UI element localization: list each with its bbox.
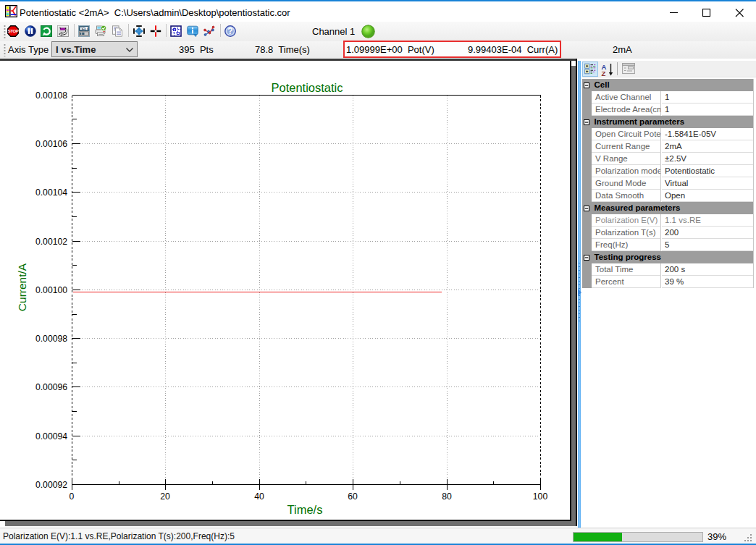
svg-text:0.00094: 0.00094 [35, 431, 67, 442]
svg-text:100: 100 [533, 491, 548, 502]
svg-text:Time/s: Time/s [287, 503, 323, 516]
svg-text:0.00108: 0.00108 [35, 90, 67, 101]
svg-text:?: ? [227, 26, 232, 36]
svg-text:20: 20 [160, 491, 170, 502]
svg-text:0.00102: 0.00102 [35, 237, 67, 247]
svg-text:0.00098: 0.00098 [35, 334, 67, 344]
svg-text:STOP: STOP [8, 29, 19, 33]
svg-text:Z: Z [602, 69, 606, 76]
svg-text:Potentiostatic: Potentiostatic [271, 81, 343, 94]
svg-text:0.00104: 0.00104 [35, 187, 67, 198]
svg-text:CELL: CELL [79, 26, 90, 31]
svg-text:Current/A: Current/A [16, 263, 28, 311]
svg-text:0.00106: 0.00106 [35, 139, 67, 149]
svg-text:0.00096: 0.00096 [35, 382, 67, 392]
svg-text:0.00092: 0.00092 [35, 480, 67, 490]
svg-text:40: 40 [254, 491, 264, 502]
svg-text:60: 60 [348, 491, 358, 502]
svg-text:0.00100: 0.00100 [35, 285, 67, 295]
svg-text:0: 0 [70, 491, 75, 502]
svg-text:80: 80 [442, 491, 452, 502]
